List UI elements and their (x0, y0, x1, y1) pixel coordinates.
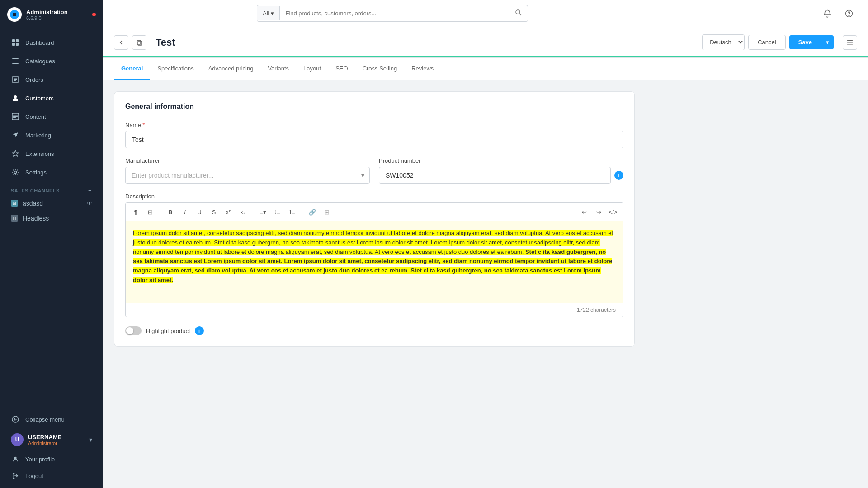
tab-cross-selling[interactable]: Cross Selling (355, 58, 405, 80)
logout-icon (11, 471, 20, 480)
editor-strikethrough-btn[interactable]: S (208, 206, 220, 218)
notifications-btn[interactable] (819, 5, 835, 22)
save-dropdown-btn[interactable]: ▾ (821, 35, 834, 49)
profile-link[interactable]: Your profile (4, 451, 99, 467)
editor-italic-btn[interactable]: I (179, 206, 191, 218)
language-select[interactable]: Deutsch English (702, 34, 745, 50)
tabs-bar: General Specifications Advanced pricing … (103, 58, 868, 80)
channel-headless-label: Headless (23, 215, 49, 222)
sidebar-item-marketing[interactable]: Marketing (4, 126, 99, 144)
username: USERNAME (28, 434, 61, 441)
help-btn[interactable] (841, 5, 857, 22)
sales-channel-asdasd[interactable]: ⊞ asdasd 👁 (4, 196, 99, 211)
collapse-menu-btn[interactable]: Collapse menu (4, 410, 99, 428)
name-input[interactable] (125, 131, 623, 148)
highlight-label: Highlight product (146, 328, 190, 334)
search-type-chevron: ▾ (271, 10, 274, 17)
user-chevron-icon: ▾ (89, 436, 92, 443)
channel-visibility-icon: 👁 (87, 200, 92, 206)
extensions-label: Extensions (25, 150, 54, 157)
svg-rect-5 (12, 61, 19, 61)
product-number-info-icon[interactable]: i (614, 171, 623, 180)
orders-icon (11, 75, 20, 84)
dashboard-label: Dashboard (25, 39, 54, 46)
svg-rect-6 (12, 63, 19, 64)
editor-toolbar: ¶ ⊟ B I U S x² x₂ ≡▾ ⁝≡ 1≡ (126, 203, 623, 221)
marketing-label: Marketing (25, 132, 51, 139)
topbar: All ▾ (103, 0, 868, 27)
manufacturer-product-row: Manufacturer ▾ Enter product manufacture… (125, 157, 623, 184)
logo-icon (7, 7, 22, 22)
form-content: General information Name * Manufacturer (103, 80, 646, 368)
sidebar-item-customers[interactable]: Customers (4, 89, 99, 107)
catalogues-label: Catalogues (25, 58, 55, 65)
dashboard-icon (11, 38, 20, 47)
customers-icon (11, 94, 20, 103)
highlight-info-icon[interactable]: i (195, 326, 204, 335)
copy-btn[interactable] (132, 35, 146, 50)
svg-rect-14 (13, 116, 18, 117)
sidebar-footer: Collapse menu U USERNAME Administrator ▾… (0, 406, 103, 488)
logout-btn[interactable]: Logout (4, 468, 99, 484)
editor-superscript-btn[interactable]: x² (222, 206, 235, 218)
svg-rect-9 (14, 79, 17, 80)
svg-rect-10 (14, 80, 16, 81)
product-number-field: Product number i (379, 157, 623, 184)
editor-link-btn[interactable]: 🔗 (306, 206, 319, 218)
save-button[interactable]: Save (789, 35, 821, 49)
editor-subscript-btn[interactable]: x₂ (236, 206, 249, 218)
sales-channel-headless[interactable]: H Headless (4, 211, 99, 225)
editor-bold-btn[interactable]: B (164, 206, 177, 218)
editor-collapse-btn[interactable]: ⊟ (144, 206, 156, 218)
back-btn[interactable] (114, 35, 128, 50)
manufacturer-select[interactable] (125, 167, 370, 184)
editor-align-btn[interactable]: ≡▾ (257, 206, 269, 218)
manufacturer-label: Manufacturer (125, 157, 370, 164)
editor-list-unordered-btn[interactable]: ⁝≡ (271, 206, 284, 218)
sidebar-item-content[interactable]: Content (4, 108, 99, 126)
tab-layout[interactable]: Layout (296, 58, 328, 80)
search-type-dropdown[interactable]: All ▾ (257, 6, 280, 20)
profile-label: Your profile (25, 456, 55, 463)
tab-variants[interactable]: Variants (260, 58, 296, 80)
svg-rect-2 (12, 43, 15, 46)
add-sales-channel-btn[interactable]: ＋ (87, 187, 93, 194)
editor-list-ordered-btn[interactable]: 1≡ (286, 206, 298, 218)
editor-redo-btn[interactable]: ↪ (592, 206, 605, 218)
editor-undo-btn[interactable]: ↩ (578, 206, 590, 218)
content-icon (11, 112, 20, 121)
search-input[interactable] (280, 6, 509, 20)
svg-rect-25 (847, 42, 853, 43)
sidebar-item-extensions[interactable]: Extensions (4, 145, 99, 163)
sidebar-item-dashboard[interactable]: Dashboard (4, 33, 99, 52)
svg-rect-1 (16, 39, 19, 42)
product-number-input[interactable] (379, 167, 611, 184)
sidebar-item-settings[interactable]: Settings (4, 163, 99, 181)
svg-rect-8 (14, 78, 17, 79)
search-submit-btn[interactable] (509, 5, 528, 21)
editor-source-btn[interactable]: </> (607, 206, 619, 218)
tab-specifications[interactable]: Specifications (150, 58, 201, 80)
sidebar-toggle-btn[interactable] (843, 35, 857, 50)
tab-reviews[interactable]: Reviews (404, 58, 441, 80)
page-header: Test Deutsch English Cancel Save ▾ (103, 27, 868, 58)
user-menu-btn[interactable]: U USERNAME Administrator ▾ (4, 429, 99, 450)
tab-advanced-pricing[interactable]: Advanced pricing (201, 58, 261, 80)
editor-paragraph-btn[interactable]: ¶ (129, 206, 142, 218)
sidebar-item-catalogues[interactable]: Catalogues (4, 52, 99, 70)
product-number-label: Product number (379, 157, 623, 164)
topbar-actions (819, 5, 857, 22)
tab-seo[interactable]: SEO (328, 58, 355, 80)
highlight-product-row: Highlight product i (125, 326, 623, 335)
highlight-toggle[interactable] (125, 326, 142, 335)
tab-general[interactable]: General (114, 58, 150, 80)
profile-icon (11, 455, 20, 464)
description-content[interactable]: Lorem ipsum dolor sit amet, consetetur s… (126, 221, 623, 303)
name-field-row: Name * (125, 122, 623, 148)
sidebar-item-orders[interactable]: Orders (4, 70, 99, 89)
cancel-button[interactable]: Cancel (748, 35, 785, 50)
storefront-icon: ⊞ (11, 200, 18, 207)
editor-underline-btn[interactable]: U (193, 206, 206, 218)
svg-point-18 (14, 457, 16, 459)
editor-table-btn[interactable]: ⊞ (321, 206, 333, 218)
